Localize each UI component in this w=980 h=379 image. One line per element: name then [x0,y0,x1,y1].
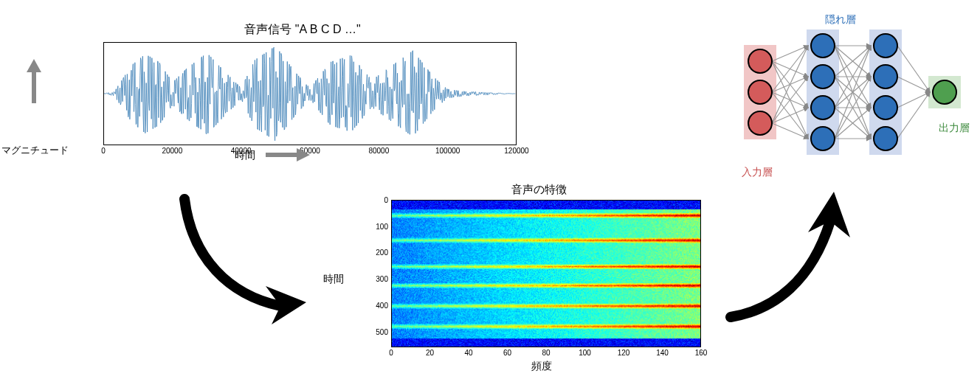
svg-point-42 [811,34,835,58]
waveform-xaxis: 020000400006000080000100000120000 [103,145,517,159]
nn-input-label: 入力層 [742,166,773,179]
spectrogram-panel: 音声の特徴 0100200300400500 02040608010012014… [354,183,723,359]
svg-point-46 [811,96,835,119]
svg-line-34 [897,92,930,108]
spectrogram-xaxis: 020406080100120140160 [391,347,701,359]
svg-point-48 [811,127,835,150]
svg-point-38 [748,80,772,104]
waveform-title: 音声信号 "A B C D …" [74,22,531,38]
svg-point-50 [874,34,897,58]
svg-line-14 [772,108,808,123]
waveform-xlabel: 時間 [235,149,255,162]
spectrogram-title: 音声の特徴 [354,183,723,197]
svg-line-15 [772,123,808,139]
svg-line-33 [897,77,930,92]
svg-line-12 [772,46,808,123]
svg-point-56 [874,127,897,150]
svg-line-4 [772,46,808,61]
neural-network-diagram [731,15,967,173]
spectrogram-plot [391,200,701,347]
waveform-yaxis: 0.40.20.0-0.2-0.4 [103,43,104,145]
flow-arrow-1-icon [170,192,317,327]
spectrogram-ylabel: 時間 [323,273,344,286]
nn-hidden-label: 隠れ層 [825,13,856,27]
svg-point-52 [874,65,897,88]
svg-point-58 [933,80,956,104]
waveform-plot: 0.40.20.0-0.2-0.4 [103,42,517,145]
svg-point-36 [748,49,772,73]
spectrogram-xlabel: 頻度 [531,360,552,373]
waveform-panel: 音声信号 "A B C D …" 0.40.20.0-0.2-0.4 02000… [74,22,531,159]
waveform-ylabel: マグニチュード [1,144,69,157]
svg-point-54 [874,96,897,119]
time-arrow-icon [266,147,310,162]
svg-line-35 [897,92,930,139]
svg-line-32 [897,46,930,92]
magnitude-arrow-icon [25,59,43,103]
nn-output-label: 出力層 [939,122,970,135]
flow-arrow-2-icon [716,192,863,327]
spectrogram-yaxis: 0100200300400500 [369,200,391,347]
svg-point-44 [811,65,835,88]
svg-point-40 [748,111,772,135]
